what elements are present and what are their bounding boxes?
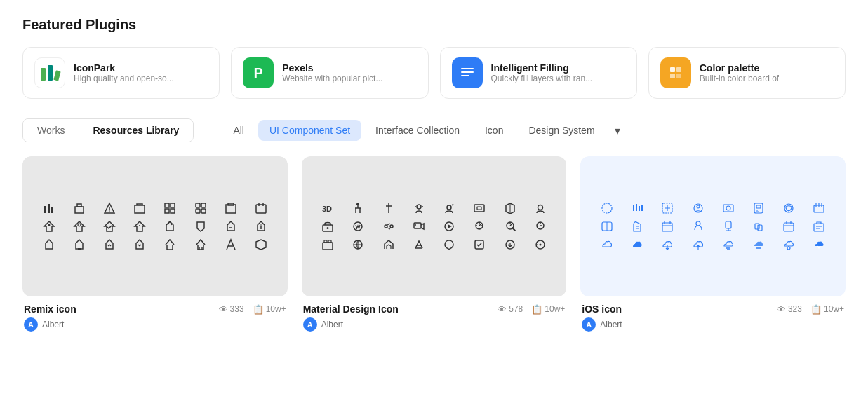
svg-line-70 bbox=[512, 228, 515, 231]
eye-icon: 👁 bbox=[498, 304, 507, 315]
icon-cell bbox=[218, 202, 243, 214]
filter-all[interactable]: All bbox=[222, 120, 255, 141]
stat-downloads-material: 📋 10w+ bbox=[531, 304, 565, 315]
svg-point-98 bbox=[697, 205, 700, 208]
icon-cell bbox=[436, 238, 461, 251]
svg-rect-76 bbox=[323, 243, 333, 250]
svg-rect-1 bbox=[461, 71, 474, 73]
icon-cell bbox=[777, 238, 801, 251]
svg-point-34 bbox=[260, 224, 262, 226]
svg-rect-93 bbox=[641, 205, 643, 211]
filter-interface[interactable]: Interface Collection bbox=[364, 120, 471, 141]
icon-cell bbox=[594, 238, 619, 251]
plugin-card-intelligent[interactable]: Intelligent Filling Quickly fill layers … bbox=[440, 47, 637, 99]
download-count-ios: 10w+ bbox=[824, 304, 844, 314]
card-preview-remix bbox=[22, 156, 288, 296]
plugin-info-pexels: Pexels Website with popular pict... bbox=[282, 62, 382, 83]
icon-cell bbox=[316, 220, 340, 233]
icon-cell bbox=[777, 220, 801, 233]
icon-cell bbox=[655, 238, 680, 251]
avatar-ios: A bbox=[582, 317, 596, 332]
card-preview-material: 3D bbox=[302, 156, 567, 296]
icon-cell: 3D bbox=[316, 202, 340, 214]
stat-views-material: 👁 578 bbox=[498, 304, 523, 315]
icon-cell bbox=[716, 202, 740, 214]
icon-cell bbox=[218, 238, 243, 251]
plugin-card-pexels[interactable]: P Pexels Website with popular pict... bbox=[231, 47, 428, 99]
author-name-material: Albert bbox=[321, 320, 343, 329]
icon-cell bbox=[594, 220, 619, 233]
plugin-desc-intelligent: Quickly fill layers with ran... bbox=[491, 74, 593, 83]
icon-cell bbox=[467, 220, 492, 233]
svg-point-56 bbox=[327, 227, 329, 229]
svg-rect-2 bbox=[461, 75, 469, 76]
icon-cell bbox=[346, 202, 370, 214]
svg-rect-78 bbox=[328, 240, 331, 243]
svg-rect-9 bbox=[51, 207, 53, 213]
page-title: Featured Plugins bbox=[22, 17, 846, 33]
icon-cell bbox=[436, 220, 461, 233]
icon-cell bbox=[406, 202, 431, 214]
icon-cell bbox=[528, 238, 552, 251]
icon-cell bbox=[188, 238, 213, 251]
card-remix-icon[interactable]: Remix icon 👁 333 📋 10w+ A Albert bbox=[22, 156, 288, 332]
card-ios-icon[interactable]: iOS icon 👁 323 📋 10w+ A Albert bbox=[580, 156, 846, 332]
filter-icon[interactable]: Icon bbox=[474, 120, 514, 141]
filter-ui-component[interactable]: UI Component Set bbox=[258, 120, 361, 141]
icon-cell bbox=[346, 238, 370, 251]
icon-cell bbox=[716, 238, 740, 251]
icon-cell bbox=[97, 202, 121, 214]
svg-rect-16 bbox=[165, 203, 169, 207]
icon-cell bbox=[686, 220, 710, 233]
svg-point-59 bbox=[390, 225, 393, 228]
svg-rect-20 bbox=[196, 203, 200, 207]
icon-cell bbox=[346, 220, 370, 233]
icon-cell bbox=[746, 220, 770, 233]
svg-rect-91 bbox=[636, 204, 637, 211]
plugin-card-colorpalette[interactable]: Color palette Built-in color board of bbox=[648, 47, 846, 99]
svg-rect-4 bbox=[676, 67, 681, 72]
eye-icon: 👁 bbox=[777, 304, 786, 315]
svg-point-50 bbox=[447, 205, 451, 210]
icon-cell bbox=[128, 220, 152, 233]
card-title-ios: iOS icon bbox=[582, 303, 622, 315]
card-stats-ios: 👁 323 📋 10w+ bbox=[777, 304, 844, 315]
card-title-material: Material Design Icon bbox=[303, 303, 399, 315]
icon-cell bbox=[746, 238, 770, 251]
svg-point-100 bbox=[726, 206, 730, 210]
plugin-card-iconpark[interactable]: IconPark High quality and open-so... bbox=[22, 47, 220, 99]
icon-cell bbox=[467, 238, 492, 251]
download-icon: 📋 bbox=[253, 304, 264, 315]
plugin-info-intelligent: Intelligent Filling Quickly fill layers … bbox=[491, 62, 593, 83]
icon-cell bbox=[498, 202, 522, 214]
author-name-remix: Albert bbox=[42, 320, 64, 329]
tab-works[interactable]: Works bbox=[23, 119, 79, 142]
icon-cell bbox=[528, 220, 552, 233]
icon-cell bbox=[686, 238, 710, 251]
featured-plugins-row: IconPark High quality and open-so... P P… bbox=[22, 47, 846, 99]
card-material-design[interactable]: 3D bbox=[302, 156, 567, 332]
author-name-ios: Albert bbox=[600, 320, 622, 329]
view-count-ios: 323 bbox=[788, 304, 802, 314]
svg-rect-90 bbox=[633, 205, 634, 211]
icon-cell bbox=[97, 220, 121, 233]
svg-rect-3 bbox=[670, 67, 675, 72]
icon-cell bbox=[686, 202, 710, 214]
filter-design-system[interactable]: Design System bbox=[517, 120, 606, 141]
icon-cell bbox=[594, 202, 619, 214]
cards-grid: Remix icon 👁 333 📋 10w+ A Albert 3D bbox=[22, 156, 846, 332]
download-icon: 📋 bbox=[531, 304, 542, 315]
icon-cell bbox=[655, 220, 680, 233]
svg-rect-10 bbox=[75, 207, 84, 213]
icon-grid-ios bbox=[580, 188, 846, 265]
card-title-remix: Remix icon bbox=[24, 303, 76, 315]
filter-more-button[interactable]: ▾ bbox=[609, 119, 626, 142]
svg-rect-7 bbox=[44, 206, 46, 213]
plugin-icon-pexels: P bbox=[243, 57, 274, 88]
svg-rect-26 bbox=[256, 205, 266, 213]
svg-point-54 bbox=[538, 205, 542, 210]
svg-rect-126 bbox=[814, 224, 824, 231]
card-stats-material: 👁 578 📋 10w+ bbox=[498, 304, 565, 315]
plugin-name-iconpark: IconPark bbox=[74, 62, 174, 74]
tab-resources-library[interactable]: Resources Library bbox=[79, 119, 193, 142]
